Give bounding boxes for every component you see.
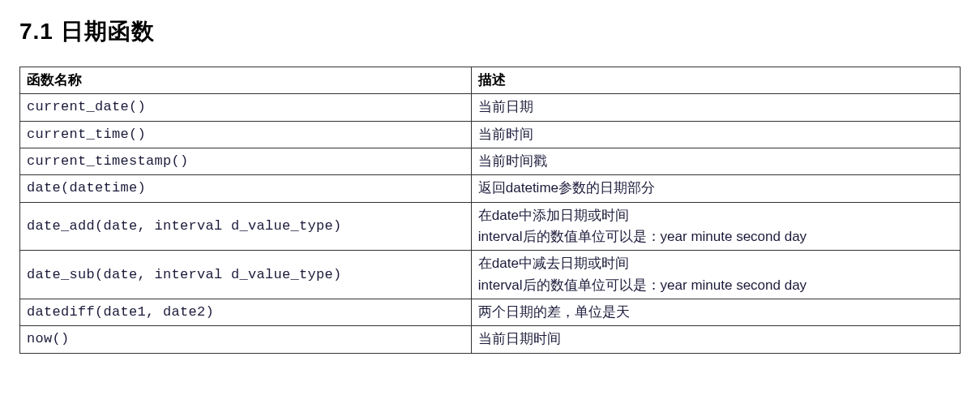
table-row: current_time()当前时间 xyxy=(20,121,961,148)
function-name-cell: datediff(date1, date2) xyxy=(20,299,472,326)
table-row: datediff(date1, date2)两个日期的差，单位是天 xyxy=(20,299,961,326)
date-functions-table: 函数名称 描述 current_date()当前日期current_time()… xyxy=(19,67,961,354)
table-body: current_date()当前日期current_time()当前时间curr… xyxy=(20,94,961,353)
section-heading: 7.1 日期函数 xyxy=(19,16,961,47)
table-row: current_date()当前日期 xyxy=(20,94,961,121)
function-name-cell: date(datetime) xyxy=(20,175,472,202)
description-line: interval后的数值单位可以是：year minute second day xyxy=(478,275,953,296)
table-row: current_timestamp()当前时间戳 xyxy=(20,148,961,175)
description-cell: 当前日期 xyxy=(471,94,960,121)
table-row: now()当前日期时间 xyxy=(20,326,961,353)
function-name-cell: current_time() xyxy=(20,121,472,148)
header-function-name: 函数名称 xyxy=(20,67,472,94)
description-line: interval后的数值单位可以是：year minute second day xyxy=(478,226,953,247)
function-name-cell: current_timestamp() xyxy=(20,148,472,175)
description-cell: 当前时间戳 xyxy=(471,148,960,175)
description-line: 在date中添加日期或时间 xyxy=(478,205,953,226)
function-name-cell: date_add(date, interval d_value_type) xyxy=(20,202,472,251)
table-row: date_add(date, interval d_value_type)在da… xyxy=(20,202,961,251)
table-row: date_sub(date, interval d_value_type)在da… xyxy=(20,251,961,299)
description-cell: 在date中减去日期或时间interval后的数值单位可以是：year minu… xyxy=(471,251,960,299)
description-cell: 当前时间 xyxy=(471,121,960,148)
description-cell: 返回datetime参数的日期部分 xyxy=(471,175,960,202)
description-line: 在date中减去日期或时间 xyxy=(478,253,953,274)
header-description: 描述 xyxy=(471,67,960,94)
function-name-cell: current_date() xyxy=(20,94,472,121)
description-cell: 当前日期时间 xyxy=(471,326,960,353)
function-name-cell: date_sub(date, interval d_value_type) xyxy=(20,251,472,299)
table-header-row: 函数名称 描述 xyxy=(20,67,961,94)
description-cell: 在date中添加日期或时间interval后的数值单位可以是：year minu… xyxy=(471,202,960,251)
table-row: date(datetime)返回datetime参数的日期部分 xyxy=(20,175,961,202)
function-name-cell: now() xyxy=(20,326,472,353)
description-cell: 两个日期的差，单位是天 xyxy=(471,299,960,326)
